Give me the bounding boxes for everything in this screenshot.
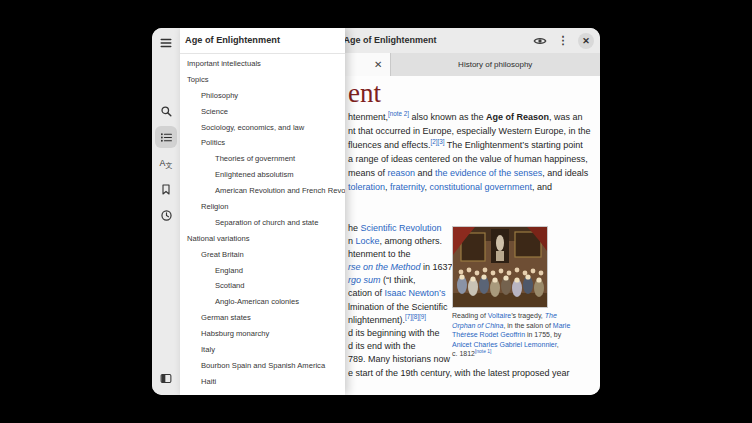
text-segment: fluences and effects. — [348, 140, 430, 150]
text-segment: d its end with the — [348, 341, 416, 351]
toc-item[interactable]: Great Britain — [180, 247, 345, 263]
search-icon — [160, 105, 173, 118]
toc-item[interactable]: Sociology, economics, and law — [180, 120, 345, 136]
toc-item[interactable]: Bourbon Spain and Spanish America — [180, 358, 345, 374]
wiki-link[interactable]: rse on the Method — [348, 262, 421, 272]
tab-history-of-philosophy[interactable]: History of philosophy — [391, 53, 601, 76]
text-line: rse on the Method in 1637, — [348, 261, 458, 274]
text-segment: Age of Reason — [486, 112, 549, 122]
toc-item[interactable]: American Revolution and French Revolutio… — [180, 183, 345, 199]
wiki-link[interactable]: reason — [388, 168, 416, 178]
headerbar-actions: ⋮ ✕ — [532, 28, 594, 53]
toc-item[interactable]: Haiti — [180, 374, 345, 390]
text-line: rgo sum (“I think, — [348, 274, 458, 287]
search-button[interactable] — [155, 100, 177, 122]
text-segment: The Enlightenment’s starting point — [444, 140, 582, 150]
toc-item[interactable]: Theories of government — [180, 151, 345, 167]
thumbnail-figure: Reading of Voltaire’s tragedy, TheOrphan… — [452, 226, 552, 359]
hamburger-menu-button[interactable] — [155, 32, 177, 54]
text-segment: and — [415, 168, 435, 178]
wiki-link[interactable]: Locke — [356, 236, 380, 246]
toc-item[interactable]: Separation of church and state — [180, 215, 345, 231]
text-segment: nlightenment). — [348, 315, 405, 325]
wiki-link[interactable]: toleration — [348, 182, 385, 192]
clock-icon — [160, 209, 173, 222]
toc-item[interactable]: Politics — [180, 135, 345, 151]
wiki-link[interactable]: Marie — [553, 322, 571, 329]
menu-kebab-button[interactable]: ⋮ — [555, 33, 571, 49]
text-segment: , — [557, 341, 559, 348]
text-segment: (“I think, — [381, 275, 416, 285]
text-segment: lmination of the Scientific — [348, 302, 448, 312]
text-segment: cation of — [348, 288, 385, 298]
thumbnail-caption: Reading of Voltaire’s tragedy, TheOrphan… — [452, 311, 552, 359]
text-line: lmination of the Scientific — [348, 301, 458, 314]
text-segment: , among others. — [380, 236, 443, 246]
table-of-contents-button[interactable] — [155, 126, 177, 148]
toc-drawer-separator — [180, 53, 345, 54]
toc-item[interactable]: Italy — [180, 342, 345, 358]
text-line: htenment,[note 2] also known as the Age … — [348, 110, 600, 124]
wiki-link[interactable]: The — [545, 312, 557, 319]
text-segment: he — [348, 223, 361, 233]
toc-item[interactable]: Religion — [180, 199, 345, 215]
wiki-link[interactable]: Orphan of China — [452, 322, 503, 329]
bookmark-icon — [160, 183, 172, 196]
toc-item[interactable]: National variations — [180, 231, 345, 247]
text-line: he Scientific Revolution — [348, 222, 458, 235]
toc-drawer-title: Age of Enlightenment — [185, 28, 280, 53]
wiki-link[interactable]: [note 1] — [475, 349, 491, 354]
text-line: 789. Many historians now — [348, 353, 458, 366]
text-line: Anicet Charles Gabriel Lemonnier, — [452, 340, 552, 350]
wiki-link[interactable]: Isaac Newton’s — [385, 288, 446, 298]
wiki-link[interactable]: Voltaire — [488, 312, 511, 319]
toc-item[interactable]: Enlightened absolutism — [180, 167, 345, 183]
hamburger-icon — [159, 36, 173, 50]
toc-item[interactable]: England — [180, 263, 345, 279]
wiki-link[interactable]: rgo sum — [348, 275, 381, 285]
history-button[interactable] — [155, 204, 177, 226]
toc-item[interactable]: German states — [180, 310, 345, 326]
wiki-link[interactable]: the evidence of the senses — [435, 168, 542, 178]
toc-list: Important intellectualsTopicsPhilosophyS… — [180, 56, 345, 395]
text-segment: htenment, — [348, 112, 388, 122]
svg-text:文: 文 — [166, 161, 173, 170]
salon-painting-image[interactable] — [452, 226, 548, 308]
text-segment: also known as the — [409, 112, 486, 122]
toc-item[interactable]: Anglo-American colonies — [180, 294, 345, 310]
wiki-link[interactable]: Anicet Charles Gabriel Lemonnier — [452, 341, 557, 348]
wiki-link[interactable]: [2][3] — [430, 138, 444, 145]
toc-list-icon — [160, 131, 173, 144]
text-segment: Reading of — [452, 312, 488, 319]
wiki-link[interactable]: [7][8][9] — [405, 313, 426, 320]
text-segment: , was an — [549, 112, 583, 122]
article-paragraph-1: htenment,[note 2] also known as the Age … — [348, 110, 600, 194]
wiki-link[interactable]: Thérèse Rodet Geoffrin — [452, 331, 525, 338]
article-paragraph-tail: e start of the 19th century, with the la… — [348, 367, 598, 380]
text-line: a range of ideas centered on the value o… — [348, 152, 600, 166]
languages-icon: A 文 — [159, 156, 173, 170]
wiki-link[interactable]: constitutional government — [429, 182, 532, 192]
text-segment: htenment to the — [348, 249, 411, 259]
toc-item[interactable]: Science — [180, 104, 345, 120]
text-line: Reading of Voltaire’s tragedy, The — [452, 311, 552, 321]
languages-button[interactable]: A 文 — [155, 152, 177, 174]
reader-view-button[interactable] — [532, 33, 548, 49]
tab-close-button[interactable]: ✕ — [374, 60, 382, 70]
wiki-link[interactable]: Scientific Revolution — [361, 223, 442, 233]
window-close-button[interactable]: ✕ — [578, 33, 594, 49]
toc-item[interactable]: Important intellectuals — [180, 56, 345, 72]
text-segment: , and ideals — [542, 168, 588, 178]
wiki-link[interactable]: fraternity — [390, 182, 424, 192]
text-segment: 789. Many historians now — [348, 354, 450, 364]
bookmarks-button[interactable] — [155, 178, 177, 200]
toc-item[interactable]: Topics — [180, 72, 345, 88]
text-line: Orphan of China, in the salon of Marie — [452, 321, 552, 331]
toc-item[interactable]: Scotland — [180, 278, 345, 294]
toc-item[interactable]: Habsburg monarchy — [180, 326, 345, 342]
text-line: toleration, fraternity, constitutional g… — [348, 180, 600, 194]
flap-toggle-button[interactable] — [155, 367, 177, 389]
toc-item[interactable]: Philosophy — [180, 88, 345, 104]
wiki-link[interactable]: [note 2] — [388, 110, 409, 117]
text-line: c. 1812[note 1] — [452, 349, 552, 359]
